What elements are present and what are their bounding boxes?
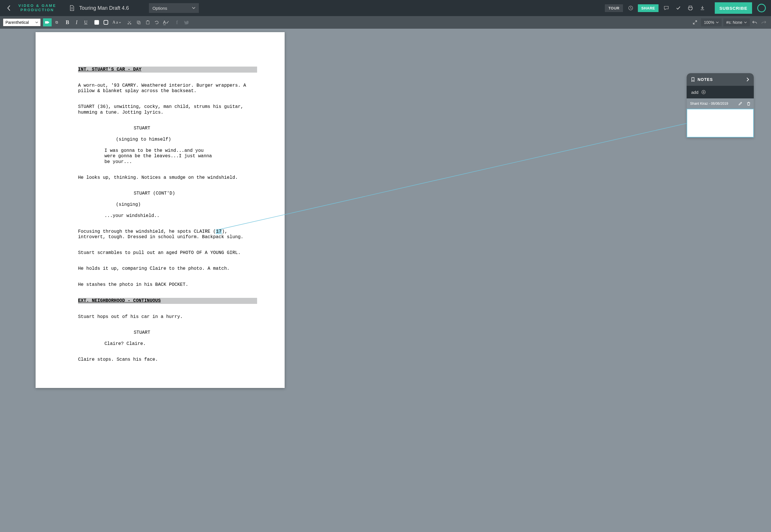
text-color-black[interactable]: [102, 18, 110, 26]
element-type-dropdown[interactable]: Parenthetical: [3, 18, 41, 26]
action[interactable]: He looks up, thinking. Notices a smudge …: [78, 175, 257, 181]
dialogue[interactable]: Claire? Claire.: [104, 341, 212, 347]
script-page[interactable]: INT. STUART'S CAR - DAY A worn-out, '93 …: [36, 32, 285, 388]
svg-line-8: [219, 123, 688, 230]
underline-button[interactable]: U: [81, 18, 90, 26]
document-title: Touring Man Draft 4.6: [79, 5, 129, 11]
dialogue[interactable]: I was gonna to be the wind...and you wer…: [104, 148, 212, 165]
tag-tool-icon[interactable]: [43, 18, 52, 26]
history-icon[interactable]: [626, 4, 635, 12]
top-bar: VIDEO & GAME PRODUCTION Touring Man Draf…: [0, 0, 771, 16]
tour-button[interactable]: TOUR: [605, 4, 623, 12]
bold-button[interactable]: B: [63, 18, 72, 26]
print-icon[interactable]: [686, 4, 695, 12]
scene-heading[interactable]: EXT. NEIGHBORHOOD - CONTINUOUS: [78, 298, 257, 304]
redo-icon[interactable]: [760, 18, 768, 26]
brand-line1: VIDEO & GAME: [18, 4, 56, 8]
parenthetical[interactable]: (singing to himself): [78, 137, 257, 143]
undo-icon[interactable]: [750, 18, 759, 26]
edit-icon[interactable]: [738, 102, 742, 106]
character[interactable]: STUART: [78, 126, 257, 131]
cut-icon[interactable]: [125, 18, 134, 26]
avatar[interactable]: [757, 4, 766, 12]
zoom-dropdown[interactable]: 100%: [701, 18, 722, 26]
element-type-label: Parenthetical: [5, 20, 29, 25]
copy-icon[interactable]: [134, 18, 143, 26]
twitter-icon[interactable]: [182, 18, 191, 26]
notes-title: NOTES: [698, 77, 713, 82]
action[interactable]: STUART (36), unwitting, cocky, man child…: [78, 104, 257, 115]
action[interactable]: He holds it up, comparing Claire to the …: [78, 266, 257, 272]
document-area[interactable]: INT. STUART'S CAR - DAY A worn-out, '93 …: [0, 29, 771, 532]
add-label: add: [691, 90, 698, 95]
notes-panel: NOTES add Shant Kiraz - 06/06/2019: [687, 73, 754, 137]
facebook-icon[interactable]: f: [173, 18, 181, 26]
scene-heading[interactable]: INT. STUART'S CAR - DAY: [78, 67, 257, 73]
svg-rect-5: [146, 21, 149, 24]
parenthetical[interactable]: (singing): [78, 202, 257, 208]
note-meta[interactable]: Shant Kiraz - 06/06/2019: [687, 98, 754, 109]
dual-d-icon[interactable]: ⧉: [52, 18, 61, 26]
find-replace-icon[interactable]: [153, 18, 161, 26]
brand-line2: PRODUCTION: [18, 8, 56, 12]
highlight-color-white[interactable]: [92, 18, 101, 26]
case-dropdown[interactable]: A a: [111, 18, 123, 26]
brand-label: VIDEO & GAME PRODUCTION: [18, 4, 56, 12]
bookmark-icon: [691, 77, 695, 82]
trash-icon[interactable]: [747, 102, 750, 106]
note-author-date: Shant Kiraz - 06/06/2019: [690, 102, 728, 106]
svg-rect-4: [138, 22, 140, 24]
plus-circle-icon: [701, 90, 706, 94]
add-note-button[interactable]: add: [687, 86, 754, 98]
checkmark-icon[interactable]: [674, 4, 683, 12]
expand-icon[interactable]: [691, 18, 699, 26]
notes-header[interactable]: NOTES: [687, 73, 754, 86]
document-icon: [69, 5, 75, 11]
scene-numbers-dropdown[interactable]: #s: None: [723, 18, 750, 26]
dialogue[interactable]: ...your windshield..: [104, 213, 212, 219]
action[interactable]: Stuart hops out of his car in a hurry.: [78, 314, 257, 320]
spellcheck-icon[interactable]: A̲✓: [162, 18, 170, 26]
character[interactable]: STUART: [78, 330, 257, 336]
action[interactable]: Claire stops. Scans his face.: [78, 357, 257, 363]
options-label: Options: [152, 6, 167, 11]
action[interactable]: A worn-out, '93 CAMRY. Weathered interio…: [78, 83, 257, 94]
options-dropdown[interactable]: Options: [149, 3, 199, 13]
paste-icon[interactable]: [143, 18, 152, 26]
note-body[interactable]: [687, 109, 754, 137]
italic-button[interactable]: I: [72, 18, 81, 26]
comment-icon[interactable]: [662, 4, 671, 12]
action[interactable]: Focusing through the windshield, he spot…: [78, 229, 257, 240]
action[interactable]: Stuart scrambles to pull out an aged PHO…: [78, 250, 257, 256]
subscribe-button[interactable]: SUBSCRIBE: [715, 2, 752, 14]
note-anchor[interactable]: 17: [216, 229, 222, 234]
svg-rect-3: [137, 21, 139, 23]
back-button[interactable]: [5, 4, 13, 12]
download-icon[interactable]: [698, 4, 707, 12]
action[interactable]: He stashes the photo in his BACK POCKET.: [78, 282, 257, 288]
share-button[interactable]: SHARE: [638, 4, 659, 12]
svg-rect-6: [147, 20, 148, 21]
chevron-right-icon[interactable]: [746, 77, 749, 82]
format-toolbar: Parenthetical ⧉ B I U A a A̲✓: [0, 16, 771, 29]
character[interactable]: STUART (CONT'D): [78, 191, 257, 197]
